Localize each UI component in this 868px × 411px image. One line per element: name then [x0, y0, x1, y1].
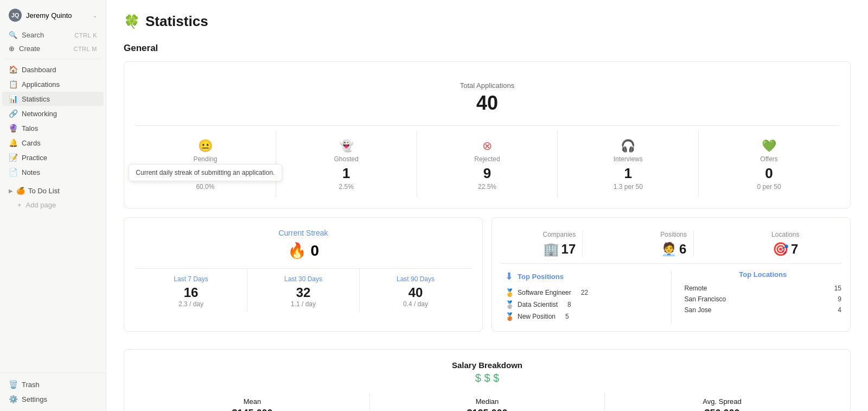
settings-icon: ⚙️: [9, 395, 17, 403]
mean-label: Mean: [139, 397, 365, 406]
period-90days-value: 40: [364, 285, 467, 300]
sidebar-item-applications[interactable]: 📋 Applications: [2, 77, 104, 91]
bronze-medal-icon: 🥉: [505, 312, 514, 321]
statistics-icon: 📊: [9, 94, 17, 103]
add-page-label: Add page: [26, 201, 56, 209]
companies-label: Companies: [543, 231, 576, 238]
offers-label: Offers: [703, 155, 835, 163]
user-menu[interactable]: JQ Jeremy Quinto ⌄: [2, 4, 104, 26]
pending-tooltip: Current daily streak of submitting an ap…: [129, 164, 282, 181]
sidebar-item-settings[interactable]: ⚙️ Settings: [2, 392, 104, 406]
top-location-2: San Francisco 9: [685, 294, 842, 305]
spread-value: $56,000: [609, 408, 835, 411]
interviews-value: 1: [562, 165, 694, 182]
networking-label: Networking: [22, 110, 57, 118]
settings-label: Settings: [22, 395, 47, 403]
stat-ghosted: 👻 Ghosted 1 2.5%: [276, 130, 417, 197]
stat-interviews: 🎧 Interviews 1 1.3 per 50: [558, 130, 699, 197]
sidebar-bottom: 🗑️ Trash ⚙️ Settings: [0, 372, 106, 407]
avatar: JQ: [9, 9, 22, 22]
salary-spread: Avg. Spread $56,000: [605, 393, 839, 411]
period-30days-label: Last 30 Days: [252, 275, 355, 283]
sidebar-item-dashboard[interactable]: 🏠 Dashboard: [2, 62, 104, 77]
dashboard-icon: 🏠: [9, 65, 17, 74]
sidebar-item-notes[interactable]: 📄 Notes: [2, 165, 104, 179]
period-90days-sub: 0.4 / day: [364, 300, 467, 308]
sidebar-section-extra: ▶ 🍊 To Do List + Add page: [0, 184, 106, 212]
stat-offers: 💚 Offers 0 0 per 50: [699, 130, 839, 197]
plus-circle-icon: ⊕: [9, 45, 15, 53]
applications-icon: 📋: [9, 80, 17, 88]
stats-row: 😐 Current daily streak of submitting an …: [135, 130, 839, 197]
salary-median: Median $125,000: [370, 393, 605, 411]
notes-label: Notes: [22, 168, 40, 176]
salary-mean: Mean $145,600: [135, 393, 370, 411]
median-value: $125,000: [374, 408, 600, 411]
salary-dollar-icons: $ $ $: [135, 372, 839, 384]
positions-icon: 🧑‍💼: [661, 242, 677, 257]
cards-label: Cards: [22, 139, 41, 147]
ghosted-sub: 2.5%: [280, 183, 412, 191]
salary-row: Mean $145,600 Median $125,000 Avg. Sprea…: [135, 393, 839, 411]
applications-label: Applications: [22, 80, 60, 88]
create-action[interactable]: ⊕ Create CTRL M: [2, 42, 104, 55]
talos-icon: 🔮: [9, 124, 17, 132]
top-locations-list: Top Locations Remote 15 San Francisco 9 …: [671, 270, 842, 323]
total-applications-label: Total Applications: [146, 81, 828, 90]
search-icon: 🔍: [9, 31, 17, 39]
total-applications-value: 40: [146, 92, 828, 115]
nav-items: 🏠 Dashboard 📋 Applications 📊 Statistics …: [0, 62, 106, 180]
search-action[interactable]: 🔍 Search CTRL K: [2, 28, 104, 42]
spread-label: Avg. Spread: [609, 397, 835, 406]
top-location-3: San Jose 4: [685, 305, 842, 315]
locations-value: 🎯 7: [771, 242, 799, 257]
sidebar-item-trash[interactable]: 🗑️ Trash: [2, 377, 104, 391]
metric-positions: Positions 🧑‍💼 6: [654, 231, 694, 257]
sidebar-item-add-page[interactable]: + Add page: [2, 198, 104, 212]
positions-label: Positions: [660, 231, 687, 238]
pending-icon: 😐: [198, 139, 213, 153]
section-general-title: General: [124, 43, 851, 54]
todo-label: To Do List: [28, 187, 60, 195]
interviews-sub: 1.3 per 50: [562, 183, 694, 191]
streak-periods: Last 7 Days 16 2.3 / day Last 30 Days 32…: [135, 268, 471, 312]
lower-grid: Current Streak 🔥 0 Last 7 Days 16 2.3 / …: [124, 217, 851, 340]
rejected-label: Rejected: [422, 155, 553, 163]
pending-tooltip-container: 😐 Current daily streak of submitting an …: [198, 139, 213, 155]
period-7days-value: 16: [139, 285, 242, 300]
pending-sub: 60.0%: [139, 183, 271, 191]
median-label: Median: [374, 397, 600, 406]
sidebar-item-talos[interactable]: 🔮 Talos: [2, 121, 104, 135]
metrics-row: Companies 🏢 17 Positions 🧑‍💼 6 Locations: [501, 226, 841, 264]
page-title: Statistics: [145, 13, 208, 30]
fire-icon: 🔥: [288, 242, 307, 259]
sidebar-item-practice[interactable]: 📝 Practice: [2, 150, 104, 165]
statistics-label: Statistics: [22, 95, 50, 103]
talos-label: Talos: [22, 124, 38, 132]
interviews-icon: 🎧: [562, 139, 694, 153]
practice-label: Practice: [22, 154, 47, 162]
top-positions-title: Top Positions: [518, 273, 564, 281]
metric-locations: Locations 🎯 7: [765, 231, 806, 257]
sidebar-divider-1: [4, 59, 101, 59]
top-position-1: 🥇 Software Engineer 22: [505, 287, 588, 299]
period-7days-label: Last 7 Days: [139, 275, 242, 283]
silver-medal-icon: 🥈: [505, 300, 514, 309]
sidebar-item-cards[interactable]: 🔔 Cards: [2, 136, 104, 150]
stat-rejected: ⊗ Rejected 9 22.5%: [417, 130, 558, 197]
positions-value: 🧑‍💼 6: [660, 242, 687, 257]
period-7days: Last 7 Days 16 2.3 / day: [135, 269, 247, 312]
salary-card: Salary Breakdown $ $ $ Mean $145,600 Med…: [124, 349, 851, 411]
metric-companies: Companies 🏢 17: [537, 231, 583, 257]
total-applications-card: Total Applications 40 😐 Current daily st…: [124, 61, 851, 208]
sidebar-item-statistics[interactable]: 📊 Statistics: [2, 92, 104, 106]
trash-label: Trash: [22, 381, 40, 389]
sidebar-item-networking[interactable]: 🔗 Networking: [2, 106, 104, 121]
practice-icon: 📝: [9, 153, 17, 162]
expand-arrow-icon: ▶: [9, 188, 13, 194]
bottom-section: ⬇ Top Positions 🥇 Software Engineer 22 🥈: [501, 264, 841, 323]
top-positions-list: ⬇ Top Positions 🥇 Software Engineer 22 🥈: [501, 270, 662, 323]
sidebar-item-todo[interactable]: ▶ 🍊 To Do List: [2, 184, 104, 198]
trash-icon: 🗑️: [9, 380, 17, 389]
period-7days-sub: 2.3 / day: [139, 300, 242, 308]
